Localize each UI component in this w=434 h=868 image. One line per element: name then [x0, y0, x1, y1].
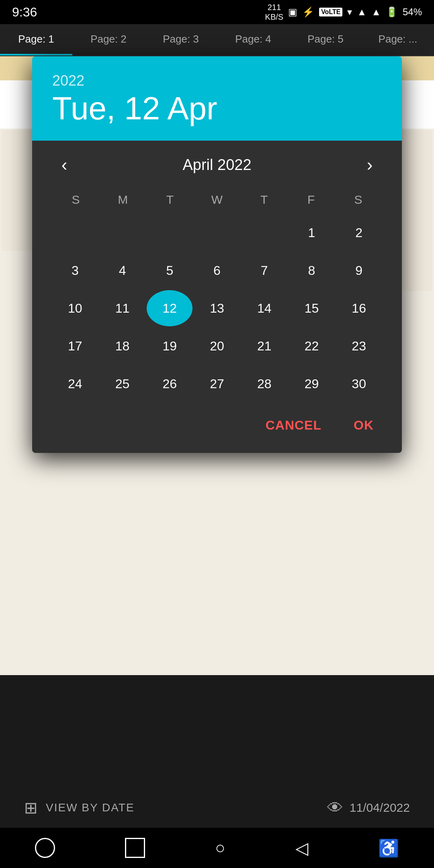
bottom-bar: ⊞ VIEW BY DATE 👁 11/04/2022 — [0, 788, 434, 828]
cal-day-8[interactable]: 8 — [289, 252, 335, 289]
cal-day-2[interactable]: 2 — [336, 215, 382, 251]
tab-bar: Page: 1 Page: 2 Page: 3 Page: 4 Page: 5 … — [0, 24, 434, 56]
current-date-display: 11/04/2022 — [350, 801, 410, 815]
calendar-actions: CANCEL OK — [52, 402, 382, 437]
cal-day-17[interactable]: 17 — [52, 328, 98, 364]
cal-day-23[interactable]: 23 — [336, 328, 382, 364]
weekday-tue: T — [146, 189, 193, 211]
cal-day-empty-3 — [147, 215, 192, 251]
calendar-weekdays: S M T W T F S — [52, 189, 382, 211]
calendar-nav: ‹ April 2022 › — [52, 153, 382, 177]
tab-page-2[interactable]: Page: 2 — [72, 24, 145, 55]
cal-day-29[interactable]: 29 — [289, 366, 335, 402]
prev-month-button[interactable]: ‹ — [52, 153, 76, 177]
cal-day-empty-4 — [194, 215, 240, 251]
calendar-header: 2022 Tue, 12 Apr — [32, 56, 402, 141]
cal-day-28[interactable]: 28 — [242, 366, 287, 402]
signal2-icon: ▲ — [371, 6, 381, 18]
calendar-month-label: April 2022 — [182, 156, 251, 174]
cal-day-15[interactable]: 15 — [289, 290, 335, 326]
cal-day-20[interactable]: 20 — [194, 328, 240, 364]
battery-icon: 🔋 — [386, 6, 398, 18]
cal-day-1[interactable]: 1 — [289, 215, 335, 251]
cal-day-5[interactable]: 5 — [147, 252, 192, 289]
weekday-sat: S — [335, 189, 382, 211]
cal-day-11[interactable]: 11 — [100, 290, 145, 326]
weekday-sun: S — [52, 189, 99, 211]
cal-day-16[interactable]: 16 — [336, 290, 382, 326]
back-nav-icon[interactable]: ◁ — [295, 838, 308, 858]
cal-day-6[interactable]: 6 — [194, 252, 240, 289]
weekday-wed: W — [193, 189, 240, 211]
cal-day-21[interactable]: 21 — [242, 328, 287, 364]
cal-day-24[interactable]: 24 — [52, 366, 98, 402]
cal-day-19[interactable]: 19 — [147, 328, 192, 364]
signal-icon: ▲ — [357, 6, 366, 18]
cal-day-empty-5 — [242, 215, 287, 251]
ok-button[interactable]: OK — [346, 414, 382, 437]
bluetooth-icon: ⚡ — [302, 6, 314, 18]
cal-day-25[interactable]: 25 — [100, 366, 145, 402]
calendar-grid-icon: ⊞ — [24, 798, 38, 817]
tab-page-3[interactable]: Page: 3 — [145, 24, 217, 55]
calendar-date-title: Tue, 12 Apr — [52, 92, 382, 125]
tab-page-1[interactable]: Page: 1 — [0, 24, 72, 55]
square-nav-icon[interactable] — [125, 838, 145, 858]
cal-day-12[interactable]: 12 — [147, 290, 192, 326]
bottom-right: 👁 11/04/2022 — [327, 799, 410, 817]
tab-page-more[interactable]: Page: ... — [362, 24, 434, 55]
tab-page-4[interactable]: Page: 4 — [217, 24, 289, 55]
calendar-days-grid: 1 2 3 4 5 6 7 8 9 10 11 12 13 14 15 16 1… — [52, 215, 382, 402]
phone-icon: ▣ — [288, 6, 297, 18]
wifi-icon: ▾ — [347, 6, 352, 18]
bottom-left: ⊞ VIEW BY DATE — [24, 798, 135, 817]
accessibility-nav-icon[interactable]: ♿ — [378, 838, 399, 858]
status-time: 9:36 — [12, 5, 37, 20]
weekday-mon: M — [99, 189, 146, 211]
status-icons: 211KB/S ▣ ⚡ VoLTE ▾ ▲ ▲ 🔋 54% — [265, 2, 422, 22]
battery-percent: 54% — [403, 6, 422, 18]
circle-nav-icon[interactable] — [35, 838, 55, 858]
cal-day-9[interactable]: 9 — [336, 252, 382, 289]
cal-day-27[interactable]: 27 — [194, 366, 240, 402]
speed-indicator: 211KB/S — [265, 2, 284, 22]
cal-day-26[interactable]: 26 — [147, 366, 192, 402]
cal-day-22[interactable]: 22 — [289, 328, 335, 364]
weekday-thu: T — [241, 189, 288, 211]
cal-day-14[interactable]: 14 — [242, 290, 287, 326]
cal-day-18[interactable]: 18 — [100, 328, 145, 364]
calendar-dialog: 2022 Tue, 12 Apr ‹ April 2022 › S M T W … — [32, 56, 402, 453]
cal-day-10[interactable]: 10 — [52, 290, 98, 326]
cancel-button[interactable]: CANCEL — [258, 414, 330, 437]
next-month-button[interactable]: › — [358, 153, 382, 177]
eye-icon: 👁 — [327, 799, 343, 817]
calendar-body: ‹ April 2022 › S M T W T F S 1 2 3 4 — [32, 141, 402, 453]
cal-day-empty-1 — [52, 215, 98, 251]
cal-day-13[interactable]: 13 — [194, 290, 240, 326]
tab-page-5[interactable]: Page: 5 — [289, 24, 362, 55]
home-nav-icon[interactable]: ○ — [215, 838, 225, 858]
view-by-date-label[interactable]: VIEW BY DATE — [46, 801, 135, 814]
cal-day-7[interactable]: 7 — [242, 252, 287, 289]
calendar-year: 2022 — [52, 72, 382, 89]
status-bar: 9:36 211KB/S ▣ ⚡ VoLTE ▾ ▲ ▲ 🔋 54% — [0, 0, 434, 24]
weekday-fri: F — [288, 189, 335, 211]
cal-day-4[interactable]: 4 — [100, 252, 145, 289]
cal-day-empty-2 — [100, 215, 145, 251]
nav-bar: ○ ◁ ♿ — [0, 828, 434, 868]
volte-badge: VoLTE — [319, 8, 342, 16]
cal-day-3[interactable]: 3 — [52, 252, 98, 289]
cal-day-30[interactable]: 30 — [336, 366, 382, 402]
